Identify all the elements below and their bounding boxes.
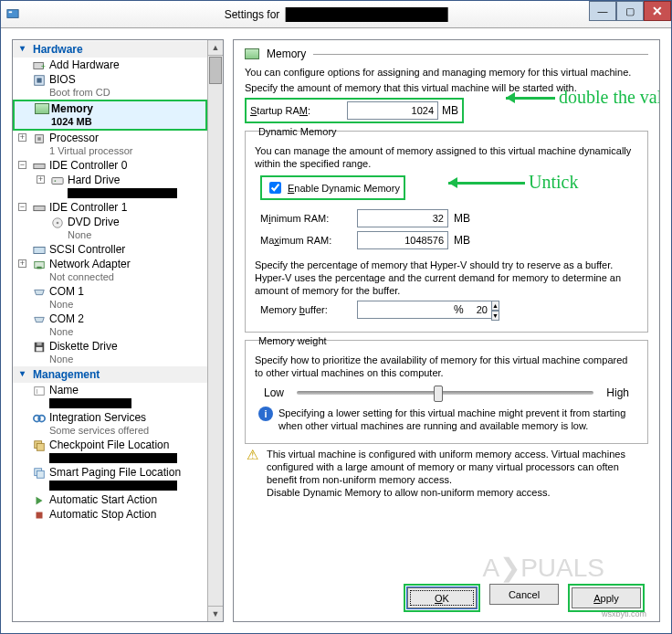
panel-header: Memory: [267, 48, 306, 60]
collapse-icon[interactable]: −: [18, 203, 26, 211]
nav-name[interactable]: I Name: [13, 383, 207, 410]
smartpaging-icon: [33, 467, 46, 480]
dialog-body: Hardware + Add Hardware BIOS Boot from C…: [1, 28, 671, 633]
nav-integration[interactable]: Integration Services Some services offer…: [13, 410, 207, 438]
min-ram-input[interactable]: [357, 209, 448, 227]
info-icon: i: [258, 407, 273, 421]
svg-rect-1: [9, 11, 13, 13]
nav-sublabel: None: [68, 229, 91, 240]
nav-sublabel: 1024 MB: [51, 116, 92, 127]
nav-label: IDE Controller 1: [49, 201, 127, 214]
weight-info: Specifying a lower setting for this virt…: [278, 407, 635, 432]
integration-icon: [33, 412, 46, 425]
apply-button[interactable]: Apply: [572, 587, 641, 608]
enable-dynamic-label: Enable Dynamic Memory: [288, 183, 400, 194]
nav-smartpaging[interactable]: Smart Paging File Location: [13, 465, 207, 492]
svg-rect-16: [37, 267, 41, 269]
dynamic-memory-group: Dynamic Memory You can manage the amount…: [245, 131, 648, 333]
nav-ide0[interactable]: − IDE Controller 0: [13, 158, 207, 173]
maximize-button[interactable]: ▢: [616, 1, 644, 21]
scroll-thumb[interactable]: [209, 57, 222, 84]
nav-com1[interactable]: COM 1 None: [13, 284, 207, 312]
autostop-icon: [33, 509, 46, 522]
nav-network[interactable]: + Network Adapter Not connected: [13, 257, 207, 284]
highlight-ok: OK: [404, 584, 480, 612]
nav-add-hardware[interactable]: + Add Hardware: [13, 58, 207, 72]
spin-down-icon[interactable]: ▼: [491, 311, 499, 321]
nav-sublabel: 1 Virtual processor: [49, 145, 133, 156]
svg-rect-5: [37, 78, 41, 82]
minimize-button[interactable]: —: [589, 1, 616, 21]
nav-tree[interactable]: Hardware + Add Hardware BIOS Boot from C…: [13, 40, 207, 621]
expand-icon[interactable]: +: [18, 259, 26, 268]
redacted-path: [49, 453, 177, 463]
cancel-button[interactable]: Cancel: [489, 584, 559, 605]
window-title: Settings for: [225, 7, 448, 22]
nav-hard-drive[interactable]: + Hard Drive: [13, 173, 207, 200]
nav-label: COM 2: [49, 312, 84, 325]
highlight-enable: Enable Dynamic Memory: [260, 175, 405, 200]
weight-high-label: High: [606, 386, 629, 399]
nav-sublabel: None: [49, 326, 73, 337]
panel-header-row: Memory: [245, 48, 648, 60]
svg-rect-7: [37, 137, 41, 141]
nav-checkpoint[interactable]: Checkpoint File Location: [13, 438, 207, 465]
titlebar: Settings for — ▢ ✕: [1, 1, 671, 28]
scroll-up-icon[interactable]: ▲: [208, 40, 223, 56]
svg-rect-14: [34, 248, 45, 254]
mb-unit: MB: [454, 212, 470, 225]
svg-rect-9: [52, 178, 63, 185]
max-ram-input[interactable]: [357, 231, 448, 249]
svg-point-10: [55, 180, 57, 182]
buffer-spinner[interactable]: ▲▼: [357, 301, 448, 319]
redacted-path: [68, 188, 177, 198]
nav-dvd[interactable]: DVD Drive None: [13, 215, 207, 242]
tree-scrollbar[interactable]: ▲ ▼: [207, 40, 223, 621]
nav-processor[interactable]: + Processor 1 Virtual processor: [13, 131, 207, 158]
expand-icon[interactable]: +: [37, 175, 45, 184]
nav-label: Processor: [49, 132, 99, 144]
svg-point-13: [57, 222, 59, 225]
nav-sublabel: Not connected: [49, 271, 114, 282]
weight-slider[interactable]: [297, 391, 593, 395]
category-management[interactable]: Management: [13, 366, 207, 383]
nav-label: BIOS: [49, 73, 76, 86]
buffer-input[interactable]: [357, 301, 491, 319]
nav-scsi[interactable]: SCSI Controller: [13, 242, 207, 257]
nav-autostart[interactable]: Automatic Start Action: [13, 492, 207, 507]
nav-bios[interactable]: BIOS Boot from CD: [13, 72, 207, 100]
svg-rect-0: [7, 9, 18, 17]
svg-rect-8: [34, 164, 45, 168]
dialog-buttons: OK Cancel Apply: [404, 584, 645, 612]
nav-label: Hard Drive: [68, 174, 120, 186]
nav-label: DVD Drive: [68, 216, 120, 228]
nav-sublabel: None: [49, 354, 73, 365]
nav-label: Smart Paging File Location: [49, 466, 181, 479]
startup-ram-input[interactable]: [347, 101, 438, 120]
nav-com2[interactable]: COM 2 None: [13, 312, 207, 339]
nav-diskette[interactable]: Diskette Drive None: [13, 339, 207, 366]
nav-sublabel: Boot from CD: [49, 87, 110, 98]
enable-dynamic-checkbox[interactable]: [269, 182, 281, 194]
nav-memory[interactable]: Memory 1024 MB: [13, 100, 207, 131]
autostart-icon: [33, 494, 46, 507]
controller-icon: [33, 202, 46, 215]
close-button[interactable]: ✕: [644, 1, 671, 21]
nav-autostop[interactable]: Automatic Stop Action: [13, 507, 207, 522]
slider-thumb[interactable]: [434, 386, 443, 402]
nav-label: Diskette Drive: [49, 340, 118, 353]
app-icon: [6, 7, 21, 22]
spin-up-icon[interactable]: ▲: [491, 301, 499, 311]
dvd-icon: [51, 217, 64, 229]
scroll-down-icon[interactable]: ▼: [208, 606, 223, 621]
nav-tree-pane: Hardware + Add Hardware BIOS Boot from C…: [12, 39, 224, 622]
highlight-startup: SStartup RAM:tartup RAM: MB: [245, 98, 464, 123]
collapse-icon[interactable]: −: [18, 161, 26, 169]
scsi-icon: [33, 244, 46, 257]
nav-ide1[interactable]: − IDE Controller 1: [13, 200, 207, 215]
category-hardware[interactable]: Hardware: [13, 41, 207, 58]
ok-button[interactable]: OK: [407, 587, 477, 608]
hard-drive-icon: [51, 174, 64, 187]
expand-icon[interactable]: +: [18, 133, 26, 142]
buffer-label: Memory buffer:: [260, 304, 352, 315]
